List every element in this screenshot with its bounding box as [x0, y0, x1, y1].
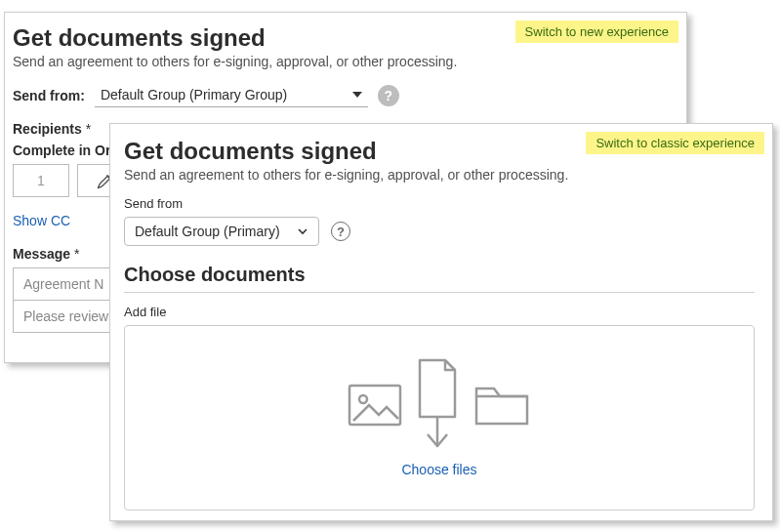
- help-icon[interactable]: ?: [378, 85, 399, 106]
- add-file-label: Add file: [124, 305, 755, 319]
- chevron-down-icon: [352, 92, 362, 98]
- folder-icon: [472, 383, 531, 428]
- file-download-icon: [414, 358, 461, 452]
- choose-files-link[interactable]: Choose files: [401, 462, 476, 477]
- new-experience-panel: Switch to classic experience Get documen…: [109, 123, 773, 521]
- send-from-value: Default Group (Primary): [135, 224, 280, 239]
- file-dropzone[interactable]: Choose files: [124, 325, 755, 511]
- send-from-select[interactable]: Default Group (Primary): [124, 217, 319, 246]
- show-cc-link[interactable]: Show CC: [13, 213, 70, 228]
- chevron-down-icon: [297, 225, 308, 237]
- switch-to-classic-banner[interactable]: Switch to classic experience: [586, 132, 764, 154]
- help-icon[interactable]: ?: [331, 222, 350, 241]
- section-divider: [124, 292, 755, 293]
- send-from-row: Send from: Default Group (Primary Group)…: [13, 83, 673, 107]
- image-icon: [348, 384, 402, 427]
- send-from-row: Default Group (Primary) ?: [124, 217, 755, 246]
- send-from-label: Send from: [124, 196, 755, 211]
- switch-to-new-banner[interactable]: Switch to new experience: [515, 20, 678, 43]
- choose-documents-heading: Choose documents: [124, 264, 755, 286]
- dropzone-icons: [348, 358, 531, 452]
- page-subtitle: Send an agreement to others for e-signin…: [124, 167, 755, 183]
- recipient-order-input[interactable]: 1: [13, 164, 69, 197]
- send-from-value: Default Group (Primary Group): [101, 87, 287, 102]
- svg-point-1: [359, 395, 367, 403]
- svg-rect-0: [349, 386, 400, 425]
- page-subtitle: Send an agreement to others for e-signin…: [13, 54, 673, 69]
- send-from-label: Send from:: [13, 88, 85, 103]
- send-from-select[interactable]: Default Group (Primary Group): [95, 83, 368, 107]
